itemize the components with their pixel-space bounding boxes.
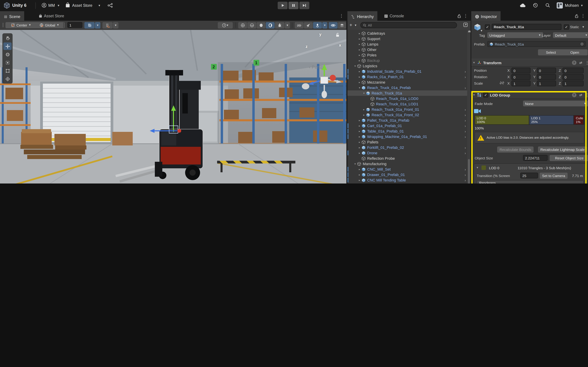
foldout-arrow-icon[interactable]: ▾ [358, 86, 361, 89]
position-x-field[interactable] [511, 68, 530, 73]
persp-label[interactable]: ‹ Persp [309, 65, 323, 70]
prefab-select-button[interactable]: Select [538, 49, 564, 55]
shading-textured-icon[interactable] [247, 22, 256, 29]
hierarchy-item-mezzanine[interactable]: ▸Mezzanine [347, 80, 471, 85]
grid-snap-dropdown[interactable]: ▼ [95, 22, 100, 29]
position-y-field[interactable] [537, 68, 556, 73]
hierarchy-item-cnc-mill-set[interactable]: ▸CNC_Mill_Set› [347, 167, 471, 172]
hierarchy-item-support[interactable]: ▸Support [347, 36, 471, 42]
reset-object-size-button[interactable]: Reset Object Size [550, 155, 588, 161]
prefab-open-chevron[interactable]: › [465, 178, 466, 182]
tab-hierarchy[interactable]: Hierarchy [347, 11, 377, 21]
step-button[interactable] [299, 2, 309, 9]
hand-tool-button[interactable] [3, 34, 12, 42]
lod-bar-segment-lod-0[interactable]: LOD 0100% [475, 116, 529, 124]
tab-asset-store[interactable]: Asset Store [35, 11, 68, 21]
presets-icon[interactable]: ⇄ [579, 61, 582, 65]
component-menu-icon[interactable]: ⋮ [585, 93, 588, 97]
camera-view-dropdown[interactable]: ▼ [218, 22, 233, 29]
foldout-arrow-icon[interactable]: ▸ [358, 168, 361, 171]
hierarchy-item-logistics[interactable]: ▾Logistics [347, 63, 471, 69]
hierarchy-item-reach-truck-01a[interactable]: ▾Reach_Truck_01a [347, 90, 471, 96]
asset-store-menu[interactable]: Asset Store [72, 3, 92, 8]
foldout-arrow-icon[interactable]: ▸ [358, 43, 361, 46]
foldout-arrow-icon[interactable]: ▸ [362, 108, 366, 111]
gameobject-active-checkbox[interactable]: ✓ [485, 25, 490, 30]
shading-solid-icon[interactable] [257, 22, 265, 29]
foldout-arrow-icon[interactable]: ▸ [358, 53, 361, 57]
hierarchy-item-wrapping-machine-01a-prefab-01[interactable]: ▸Wrapping_Machine_01a_Prefab_01› [347, 134, 471, 139]
prefab-open-chevron[interactable]: › [465, 135, 466, 138]
lod-camera-icon[interactable] [474, 108, 482, 114]
rotation-x-field[interactable] [511, 74, 530, 80]
prefab-open-button[interactable]: Open [562, 49, 588, 55]
hierarchy-item-reach-truck-01a-lod1[interactable]: Reach_Truck_01a_LOD1 [347, 101, 471, 107]
lod0-foldout[interactable]: ▼ [476, 166, 479, 169]
shading-rendered-icon[interactable] [266, 22, 275, 29]
hierarchy-menu-icon[interactable]: ⋮ [463, 14, 468, 18]
effects-dropdown[interactable]: ▼ [322, 22, 327, 29]
prefab-open-chevron[interactable]: › [465, 75, 466, 79]
foldout-arrow-icon[interactable]: ▸ [358, 135, 361, 138]
rect-tool-button[interactable] [3, 67, 12, 75]
recalculate-bounds-button[interactable]: Recalculate Bounds [497, 146, 534, 153]
pause-button[interactable] [289, 2, 298, 9]
recalculate-lightmap-button[interactable]: Recalculate Lightmap Scale [538, 146, 587, 153]
hierarchy-item-drawer-01-prefab-01[interactable]: ▸Drawer_01_Prefab_01› [347, 172, 471, 177]
hierarchy-lock-icon[interactable] [457, 14, 461, 18]
prefab-open-chevron[interactable]: › [465, 151, 466, 155]
play-button[interactable] [278, 2, 287, 9]
tab-console[interactable]: Console [380, 11, 408, 21]
scene-viewport[interactable]: 2 1 y x z ‹ Persp [0, 30, 346, 184]
tab-scene[interactable]: Scene [0, 11, 24, 21]
scale-tool-button[interactable] [3, 59, 12, 66]
hierarchy-item-forklift-01-prefab-02[interactable]: ▸Forklift_01_Prefab_02› [347, 145, 471, 150]
lod-group-header[interactable]: ▼ ✓ LOD Group ?⇄⋮ [471, 91, 588, 99]
hierarchy-item-pallets[interactable]: ▸Pallets [347, 139, 471, 145]
prefab-open-chevron[interactable]: › [465, 167, 466, 171]
component-menu-icon[interactable]: ⋮ [585, 60, 588, 65]
foldout-arrow-icon[interactable]: ▸ [358, 75, 361, 78]
foldout-arrow-icon[interactable]: ▾ [353, 162, 357, 165]
prefab-open-chevron[interactable]: › [465, 173, 466, 176]
foldout-arrow-icon[interactable]: ▸ [358, 119, 361, 122]
foldout-arrow-icon[interactable]: ▸ [358, 124, 361, 127]
layer-dropdown[interactable]: Default▼ [553, 32, 588, 38]
foldout-arrow-icon[interactable]: ▸ [358, 48, 361, 51]
shading-wireframe-icon[interactable] [238, 22, 247, 29]
prefab-open-chevron[interactable]: › [465, 108, 466, 111]
foldout-arrow-icon[interactable]: ▸ [358, 146, 361, 149]
toolbar-drag-handle[interactable]: ║ [2, 23, 4, 27]
hierarchy-item-cnc-mill-tending-table[interactable]: ▸CNC Mill Tending Table› [347, 177, 471, 183]
rotation-y-field[interactable] [537, 74, 556, 80]
foldout-arrow-icon[interactable]: ▸ [358, 179, 361, 182]
hierarchy-item-pallet-jack-01-prefab-02[interactable]: ▸Pallet_Jack_01_Prefab_02› [347, 183, 471, 184]
grid-size-field[interactable] [67, 22, 82, 28]
tab-inspector[interactable]: Inspector [471, 11, 501, 21]
transform-header[interactable]: ▼ Transform ?⇄⋮ [471, 59, 588, 67]
move-tool-button[interactable] [3, 42, 12, 50]
lod-bar[interactable]: LOD 0100%LOD 125%Culled1% [475, 115, 584, 125]
foldout-arrow-icon[interactable]: ▸ [358, 70, 361, 73]
inspector-lock-icon[interactable] [575, 14, 579, 18]
foldout-arrow-icon[interactable]: ▸ [358, 141, 361, 144]
lod0-transition-field[interactable] [520, 173, 538, 178]
foldout-arrow-icon[interactable]: ▸ [358, 37, 361, 40]
hierarchy-item-reach-truck-01a-prefab[interactable]: ▾Reach_Truck_01a_Prefab› [347, 85, 471, 90]
inspector-menu-icon[interactable]: ⋮ [581, 14, 585, 18]
account-menu[interactable]: MM [48, 3, 55, 8]
prefab-picker-icon[interactable]: ⊙ [580, 42, 584, 46]
hierarchy-item-reach-truck-01a-front-01[interactable]: ▸Reach_Truck_01a_Front_01› [347, 107, 471, 112]
scale-y-field[interactable] [537, 81, 556, 86]
hierarchy-picker-icon[interactable] [463, 22, 468, 27]
gameobject-name-field[interactable] [492, 24, 562, 30]
hierarchy-item-reach-truck-01a-lod0[interactable]: Reach_Truck_01a_LOD0 [347, 96, 471, 101]
hierarchy-add-button[interactable]: + [349, 22, 352, 27]
foldout-arrow-icon[interactable]: ▸ [358, 130, 361, 133]
rotate-tool-button[interactable] [3, 51, 12, 58]
hierarchy-item-lamps[interactable]: ▸Lamps [347, 42, 471, 47]
tag-dropdown[interactable]: Untagged▼ [487, 32, 543, 38]
hierarchy-item-other[interactable]: ▸Other [347, 47, 471, 52]
foldout-arrow-icon[interactable]: ▸ [358, 81, 361, 84]
foldout-arrow-icon[interactable]: ▸ [358, 32, 361, 35]
